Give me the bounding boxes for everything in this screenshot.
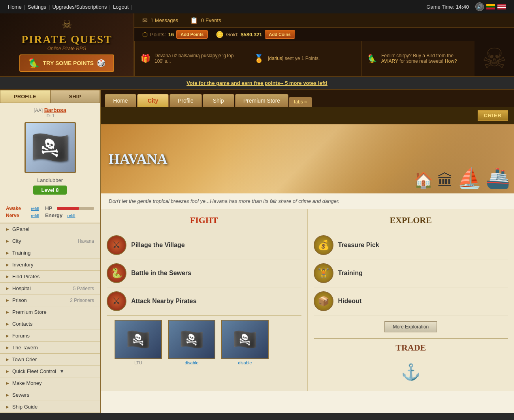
char-avatar-3: 🏴‍☠️	[221, 320, 269, 359]
gold-label: Gold:	[226, 32, 238, 38]
sidebar-item-training[interactable]: ▶ Training	[0, 247, 100, 259]
nav-arrow-icon: ▶	[6, 393, 9, 397]
avatar: 🏴‍☠️	[24, 122, 76, 173]
bird-icon: 🦜	[367, 54, 377, 63]
treasure-pick-action[interactable]: 💰 Treasure Pick	[314, 231, 508, 259]
header-right: ✉ 1 Messages 📋 0 Events ⬡ Points: 16 Add…	[134, 13, 514, 76]
char-card-ltu: 🏴‍☠️ LTU	[113, 320, 164, 365]
crier-button[interactable]: CRIER	[478, 110, 508, 121]
sidebar-item-find-pirates[interactable]: ▶ Find Pirates	[0, 271, 100, 283]
nav-arrow-icon: ▶	[6, 251, 9, 255]
dice-icon: 🎲	[97, 59, 105, 68]
pillage-village-action[interactable]: ⚔ Pillage the Village	[107, 231, 301, 259]
awake-refill-link[interactable]: refill	[31, 206, 39, 211]
ship-tab[interactable]: SHIP	[50, 90, 100, 103]
nav-settings-link[interactable]: Settings	[28, 4, 46, 10]
city-name: HAVANA	[109, 151, 168, 167]
points-banner[interactable]: 🦜 TRY SOME POINTS 🎲	[19, 54, 114, 72]
crier-bar: CRIER	[101, 107, 514, 124]
nav-arrow-icon: ▶	[6, 286, 9, 291]
energy-label: Energy	[45, 212, 62, 218]
tavern-label: The Tavern	[12, 345, 38, 351]
disable-link-1[interactable]: disable	[185, 360, 199, 365]
hp-label: HP	[45, 205, 52, 211]
disable-link-2[interactable]: disable	[238, 360, 252, 365]
sidebar-item-ship-guide[interactable]: ▶ Ship Guide	[0, 401, 100, 413]
sidebar-item-prison[interactable]: ▶ Prison 2 Prisoners	[0, 294, 100, 306]
nav-home-link[interactable]: Home	[8, 4, 22, 10]
messages-link[interactable]: 1 Messages	[151, 17, 178, 23]
prison-value: 2 Prisoners	[70, 298, 94, 303]
battle-sewers-action[interactable]: 🐍 Battle in the Sewers	[107, 259, 301, 287]
tabs-more[interactable]: tabs »	[289, 97, 312, 107]
vote-link[interactable]: Vote for the game and earn free points--…	[186, 80, 328, 86]
sidebar-item-forums[interactable]: ▶ Forums	[0, 330, 100, 342]
sidebar-item-town-crier[interactable]: ▶ Town Crier	[0, 354, 100, 366]
nav-arrow-icon: ▶	[6, 310, 9, 314]
messages-item: ✉ 1 Messages	[142, 17, 178, 24]
profile-tab[interactable]: PROFILE	[0, 90, 50, 103]
tab-city[interactable]: City	[137, 94, 169, 107]
sidebar: PROFILE SHIP [AA] Barbosa ID: 1 🏴‍☠️ Lan…	[0, 90, 101, 413]
sidebar-item-inventory[interactable]: ▶ Inventory	[0, 259, 100, 271]
sidebar-item-make-money[interactable]: ▶ Make Money	[0, 377, 100, 389]
tab-home[interactable]: Home	[105, 94, 136, 107]
tab-premium-store[interactable]: Premium Store	[235, 94, 288, 107]
training-action[interactable]: 🏋 Training	[314, 259, 508, 287]
how-link[interactable]: How?	[445, 58, 457, 64]
aviary-link[interactable]: AVIARY	[381, 58, 398, 64]
sidebar-item-gpanel[interactable]: ▶ GPanel	[0, 223, 100, 235]
sidebar-item-city[interactable]: ▶ City Havana	[0, 235, 100, 247]
sidebar-item-sewers[interactable]: ▶ Sewers	[0, 389, 100, 401]
sidebar-item-premium-store[interactable]: ▶ Premium Store	[0, 306, 100, 318]
training-explore-icon: 🏋	[314, 263, 333, 283]
envelope-icon: ✉	[142, 17, 147, 24]
nerve-refill-link[interactable]: refill	[31, 213, 39, 218]
promo-bar: 🎁 Dovana už balsavimą puslapyje 'gTop 10…	[134, 41, 514, 76]
promo1-text: Dovana už balsavimą puslapyje 'gTop 100'…	[154, 53, 242, 64]
sound-icon[interactable]: 🔊	[475, 2, 484, 11]
add-coins-button[interactable]: Add Coins	[265, 30, 295, 39]
hideout-link[interactable]: Hideout	[338, 298, 362, 305]
points-value[interactable]: 16	[168, 32, 174, 38]
events-link[interactable]: 0 Events	[201, 17, 221, 23]
explore-trade-column: EXPLORE 💰 Treasure Pick 🏋 Training 📦 Hid…	[308, 209, 514, 391]
nav-sep-2: |	[49, 4, 50, 10]
char-card-2: 🏴‍☠️ disable	[166, 320, 217, 365]
hideout-action[interactable]: 📦 Hideout	[314, 287, 508, 315]
hp-bar-fill	[57, 207, 79, 210]
player-name-link[interactable]: Barbosa	[44, 107, 66, 113]
sidebar-item-contacts[interactable]: ▶ Contacts	[0, 318, 100, 330]
sidebar-item-the-tavern[interactable]: ▶ The Tavern	[0, 342, 100, 354]
energy-refill-link[interactable]: refill	[67, 213, 75, 218]
add-points-button[interactable]: Add Points	[176, 30, 208, 39]
nav-sep-1: |	[24, 4, 25, 10]
nav-logout-link[interactable]: Logout	[113, 4, 129, 10]
nav-arrow-icon: ▶	[6, 357, 9, 362]
training-link[interactable]: Training	[338, 270, 363, 277]
more-exploration-button[interactable]: More Exploration	[384, 321, 437, 332]
flag-ltu-icon[interactable]	[486, 4, 495, 9]
stats-grid: Awake refill HP Nerve refill Energy refi…	[0, 201, 100, 223]
parrot-icon: 🦜	[28, 58, 40, 69]
flag-us-icon[interactable]	[497, 4, 506, 9]
pillage-village-link[interactable]: Pillage the Village	[131, 242, 185, 249]
sidebar-item-quick-fleet[interactable]: ▶ Quick Fleet Control ▼	[0, 366, 100, 377]
nav-upgrades-link[interactable]: Upgrades/Subscriptions	[52, 4, 107, 10]
vote-banner: Vote for the game and earn free points--…	[0, 77, 514, 90]
attack-pirates-link[interactable]: Attack Nearby Pirates	[131, 298, 196, 305]
battle-sewers-link[interactable]: Battle in the Sewers	[131, 270, 191, 277]
gold-icon: 🪙	[216, 31, 224, 38]
tab-profile[interactable]: Profile	[169, 94, 202, 107]
promo-gift-box: 🎁 Dovana už balsavimą puslapyje 'gTop 10…	[134, 41, 248, 76]
sidebar-item-hospital[interactable]: ▶ Hospital 5 Patients	[0, 283, 100, 294]
fight-column: FIGHT ⚔ Pillage the Village 🐍 Battle in …	[101, 209, 308, 391]
profile-ship-tabs: PROFILE SHIP	[0, 90, 100, 103]
characters-row: 🏴‍☠️ LTU 🏴‍☠️ disable 🏴‍☠️ disable	[107, 315, 301, 369]
attack-pirates-action[interactable]: ⚔ Attack Nearby Pirates	[107, 287, 301, 315]
treasure-pick-link[interactable]: Treasure Pick	[338, 242, 379, 249]
player-id: ID: 1	[4, 113, 96, 118]
tab-ship[interactable]: Ship	[203, 94, 234, 107]
game-time: Game Time: 14:40	[426, 4, 469, 10]
gold-value[interactable]: $580,321	[241, 32, 262, 38]
